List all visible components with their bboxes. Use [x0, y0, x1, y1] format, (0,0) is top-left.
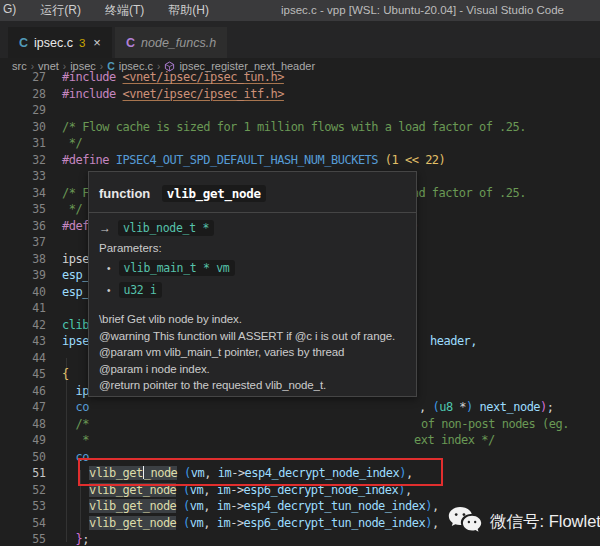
menu-item[interactable]: 帮助(H) [168, 2, 209, 19]
line-number[interactable]: 41 [0, 300, 46, 317]
line-number[interactable]: 33 [0, 168, 46, 185]
line-number[interactable]: 35 [0, 201, 46, 218]
tab-bar: C ipsec.c 3 × C node_funcs.h [0, 21, 600, 58]
code-line[interactable]: 28#include <vnet/ipsec/ipsec_itf.h> [0, 86, 600, 103]
code-token: ) [466, 400, 473, 414]
code-token: /* [62, 417, 89, 431]
line-number[interactable]: 45 [0, 366, 46, 383]
code-token: ( [183, 516, 190, 530]
line-number[interactable]: 39 [0, 267, 46, 284]
hover-parameter: •vlib_main_t * vm [99, 260, 406, 276]
line-number[interactable]: 54 [0, 515, 46, 532]
title-bar: G)运行(R)终端(T)帮助(H) ipsec.c - vpp [WSL: Ub… [0, 0, 600, 21]
line-number[interactable]: 38 [0, 251, 46, 268]
code-token: */ [62, 136, 82, 150]
code-token: { [62, 367, 69, 381]
menu-item[interactable]: 运行(R) [40, 2, 81, 19]
window-title: ipsec.c - vpp [WSL: Ubuntu-20.04] - Visu… [281, 0, 564, 21]
line-number[interactable]: 52 [0, 482, 46, 499]
code-token: ( [183, 499, 190, 513]
line-number[interactable]: 51 [0, 465, 46, 482]
code-text: esp_ [62, 267, 89, 284]
line-number[interactable]: 31 [0, 135, 46, 152]
code-token: * [62, 433, 89, 447]
code-token [62, 499, 89, 513]
code-text: clib [62, 317, 89, 334]
code-line[interactable]: 49 *ext index */ [0, 432, 600, 449]
code-line[interactable]: 30/* Flow cache is sized for 1 million f… [0, 119, 600, 136]
code-token: ext index */ [414, 433, 495, 447]
code-text: vlib_get_node (vm, im->esp6_decrypt_tun_… [62, 515, 439, 532]
line-number[interactable]: 55 [0, 531, 46, 546]
tab-problems-badge: 3 [79, 37, 85, 49]
hover-function-name: vlib_get_node [162, 185, 266, 202]
c-file-icon: C [19, 36, 28, 50]
code-token: -> [230, 516, 243, 530]
hover-doc-line: \brief Get vlib node by index. [99, 311, 406, 328]
code-text: ip [62, 383, 89, 400]
tab-ipsec-c[interactable]: C ipsec.c 3 × [8, 27, 112, 58]
code-token: IPSEC4_OUT_SPD_DEFAULT_HASH_NUM_BUCKETS [116, 153, 385, 167]
line-number[interactable]: 32 [0, 152, 46, 169]
code-token: esp_ [62, 285, 89, 299]
code-token: ) [425, 516, 432, 530]
tab-label: ipsec.c [34, 36, 73, 50]
code-line[interactable]: 29 [0, 102, 600, 119]
code-token: * [453, 400, 466, 414]
annotation-rectangle [78, 458, 443, 486]
line-number[interactable]: 27 [0, 69, 46, 86]
line-number[interactable]: 43 [0, 333, 46, 350]
code-text: ipse [62, 333, 89, 350]
line-number[interactable]: 49 [0, 432, 46, 449]
code-token: ; [82, 532, 89, 546]
watermark-text: 微信号: Flowlet [490, 511, 600, 533]
code-text: */ [62, 135, 82, 152]
bullet-icon: • [107, 285, 111, 296]
line-number[interactable]: 34 [0, 185, 46, 202]
code-line[interactable]: 31 */ [0, 135, 600, 152]
hover-doc-lines: \brief Get vlib node by index.@warning T… [99, 311, 406, 394]
line-number[interactable]: 46 [0, 383, 46, 400]
code-text: #include <vnet/ipsec/ipsec_tun.h> [62, 69, 284, 86]
line-number[interactable]: 50 [0, 449, 46, 466]
line-number[interactable]: 47 [0, 399, 46, 416]
line-number[interactable]: 53 [0, 498, 46, 515]
code-token: #include [62, 87, 123, 101]
code-text: #define IPSEC4_OUT_SPD_DEFAULT_HASH_NUM_… [62, 152, 445, 169]
line-number[interactable]: 30 [0, 119, 46, 136]
code-line[interactable]: 48 /*of non-post nodes (eg. [0, 416, 600, 433]
line-number[interactable]: 40 [0, 284, 46, 301]
bullet-icon: • [107, 263, 111, 274]
code-token [62, 532, 75, 546]
tab-node-funcs-h[interactable]: C node_funcs.h [115, 27, 227, 58]
line-number[interactable]: 48 [0, 416, 46, 433]
close-icon[interactable]: × [93, 35, 101, 50]
code-token: #include [62, 70, 123, 84]
line-number[interactable]: 29 [0, 102, 46, 119]
code-token: , [432, 516, 439, 530]
code-token: vm [190, 516, 203, 530]
code-token: vm [190, 499, 203, 513]
line-number[interactable]: 37 [0, 234, 46, 251]
line-number[interactable]: 28 [0, 86, 46, 103]
hover-parameter-list: •vlib_main_t * vm•u32 i [99, 260, 406, 298]
code-token: -> [230, 499, 243, 513]
parameter-chip: vlib_main_t * vm [119, 260, 235, 276]
code-token: ; [547, 400, 554, 414]
line-number[interactable]: 42 [0, 317, 46, 334]
hover-parameters-label: Parameters: [99, 242, 406, 254]
line-number[interactable]: 44 [0, 350, 46, 367]
menu-item[interactable]: 终端(T) [105, 2, 144, 19]
line-number[interactable]: 36 [0, 218, 46, 235]
code-text-fragment: of non-post nodes (eg. [421, 416, 569, 433]
code-token: vlib_get_node [89, 516, 176, 530]
code-token: co [62, 400, 89, 414]
code-line[interactable]: 27#include <vnet/ipsec/ipsec_tun.h> [0, 69, 600, 86]
code-text-fragment: ext index */ [414, 432, 495, 449]
code-line[interactable]: 47 co, (u8 *) next_node); [0, 399, 600, 416]
code-token: ) [425, 499, 432, 513]
code-token: (1 << 22) [385, 153, 446, 167]
code-line[interactable]: 32#define IPSEC4_OUT_SPD_DEFAULT_HASH_NU… [0, 152, 600, 169]
menu-item[interactable]: G) [3, 2, 16, 19]
code-token: esp_ [62, 268, 89, 282]
